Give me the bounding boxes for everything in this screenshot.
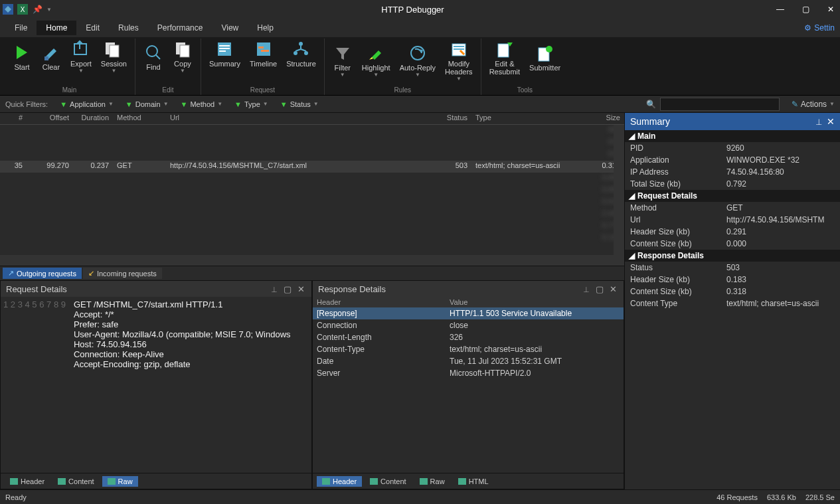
menu-item-edit[interactable]: Edit: [76, 21, 109, 35]
response-header-row[interactable]: DateTue, 11 Jul 2023 15:52:31 GMT: [313, 355, 624, 367]
tab-icon: [458, 478, 466, 485]
maximize-button[interactable]: ▢: [799, 5, 812, 14]
table-row[interactable]: 013: [0, 137, 624, 149]
find-button[interactable]: Find: [139, 39, 167, 75]
restore-icon[interactable]: ▢: [282, 284, 293, 294]
col-method[interactable]: Method: [113, 113, 166, 124]
search-input[interactable]: [660, 98, 780, 111]
col-offset[interactable]: Offset: [27, 113, 73, 124]
header-value: close: [450, 321, 468, 330]
filter-domain[interactable]: ▼Domain▼: [126, 100, 169, 108]
header-name: Server: [317, 369, 450, 378]
response-header-row[interactable]: [Response]HTTP/1.1 503 Service Unavailab…: [313, 307, 624, 319]
minimize-button[interactable]: ―: [774, 5, 787, 14]
summary-section-header[interactable]: ◢ Request Details: [625, 190, 840, 202]
request-tab-header[interactable]: Header: [5, 476, 50, 487]
ribbon-button-label: Edit & Resubmit: [489, 60, 520, 76]
table-row[interactable]: 0.775: [0, 220, 624, 232]
vertical-scrollbar[interactable]: [614, 125, 624, 266]
menu-item-file[interactable]: File: [5, 21, 37, 35]
filter-button[interactable]: Filter▼: [329, 39, 357, 83]
table-row[interactable]: 3599.2700.237GEThttp://74.50.94.156/MSHT…: [0, 161, 624, 173]
summary-key: Content Size (kb): [630, 287, 726, 296]
excel-icon[interactable]: X: [17, 4, 28, 15]
close-icon[interactable]: ✕: [608, 284, 618, 294]
filter-type[interactable]: ▼Type▼: [234, 100, 268, 108]
table-row[interactable]: 000: [0, 125, 624, 137]
qat-dropdown-icon[interactable]: ▼: [46, 7, 52, 13]
response-details-body[interactable]: Header Value [Response]HTTP/1.1 503 Serv…: [313, 297, 624, 473]
summary-section-header[interactable]: ◢ Response Details: [625, 250, 840, 262]
request-details-body[interactable]: 1 2 3 4 5 6 7 8 9 GET /MSHTML_C7/start.x…: [1, 297, 311, 473]
start-button[interactable]: Start: [8, 39, 36, 75]
auto-reply-button[interactable]: Auto-Reply▼: [396, 39, 440, 83]
session-button[interactable]: Session▼: [97, 39, 131, 75]
pin-icon[interactable]: ⟂: [269, 284, 280, 294]
table-row[interactable]: 0.000: [0, 185, 624, 197]
col-url[interactable]: Url: [166, 113, 432, 124]
pin-icon[interactable]: ⟂: [581, 284, 592, 294]
request-tab-raw[interactable]: Raw: [102, 476, 138, 487]
table-row[interactable]: 0.140: [0, 232, 624, 244]
highlight-button[interactable]: Highlight▼: [358, 39, 394, 83]
arrow-down-icon: ↙: [88, 269, 94, 278]
tab-outgoing[interactable]: ↗ Outgoing requests: [3, 268, 82, 279]
col-type[interactable]: Type: [471, 113, 591, 124]
response-header-row[interactable]: Content-Typetext/html; charset=us-ascii: [313, 343, 624, 355]
table-row[interactable]: 2.433: [0, 209, 624, 220]
filter-application[interactable]: ▼Application▼: [60, 100, 114, 108]
horizontal-scrollbar[interactable]: [0, 255, 614, 266]
menu-item-view[interactable]: View: [212, 21, 248, 35]
tab-incoming[interactable]: ↙ Incoming requests: [83, 268, 162, 279]
close-button[interactable]: ✕: [824, 5, 837, 14]
response-tab-raw[interactable]: Raw: [414, 476, 450, 487]
col-num[interactable]: #: [0, 113, 27, 124]
edit-resubmit-button[interactable]: Edit & Resubmit: [485, 39, 524, 77]
menu-item-performance[interactable]: Performance: [148, 21, 212, 35]
copy-button[interactable]: Copy▼: [169, 39, 197, 75]
table-row[interactable]: 013: [0, 149, 624, 161]
close-icon[interactable]: ✕: [295, 284, 306, 294]
response-tab-header[interactable]: Header: [317, 476, 362, 487]
response-tab-content[interactable]: Content: [365, 476, 412, 487]
submitter-button[interactable]: Submitter: [525, 39, 564, 77]
svg-point-26: [546, 46, 552, 52]
response-header-row[interactable]: Connectionclose: [313, 319, 624, 331]
response-header-row[interactable]: ServerMicrosoft-HTTPAPI/2.0: [313, 367, 624, 379]
summary-section-header[interactable]: ◢ Main: [625, 130, 840, 142]
actions-menu[interactable]: ✎ Actions ▼: [792, 100, 835, 109]
response-tab-html[interactable]: HTML: [453, 476, 494, 487]
restore-icon[interactable]: ▢: [594, 284, 605, 294]
tab-label: Header: [333, 477, 357, 485]
summary-body: ◢ MainPID9260ApplicationWINWORD.EXE *32I…: [625, 130, 840, 489]
menu-item-rules[interactable]: Rules: [109, 21, 148, 35]
col-size[interactable]: Size: [591, 113, 624, 124]
modify-headers-button[interactable]: Modify Headers▼: [441, 39, 477, 83]
structure-button[interactable]: Structure: [282, 39, 320, 69]
settings-link[interactable]: ⚙ Settin: [804, 23, 835, 33]
arrow-up-icon: ↗: [8, 269, 14, 278]
request-grid[interactable]: # Offset Duration Method Url Status Type…: [0, 113, 624, 266]
filter-status[interactable]: ▼Status▼: [280, 100, 319, 108]
summary-value: 74.50.94.156:80: [726, 167, 835, 177]
response-header-row[interactable]: Content-Length326: [313, 331, 624, 343]
pin-icon[interactable]: 📌: [32, 4, 42, 15]
menu-item-home[interactable]: Home: [37, 21, 76, 35]
table-row[interactable]: 0.413: [0, 197, 624, 209]
summary-value: http://74.50.94.156/MSHTM: [726, 215, 835, 224]
filter-method[interactable]: ▼Method▼: [181, 100, 223, 108]
export-button[interactable]: Export▼: [66, 39, 96, 75]
request-tab-content[interactable]: Content: [52, 476, 100, 487]
table-row[interactable]: 0.000: [0, 173, 624, 185]
col-status[interactable]: Status: [432, 113, 471, 124]
clear-button[interactable]: Clear: [37, 39, 65, 75]
close-icon[interactable]: ✕: [827, 116, 835, 127]
summary-key: Url: [630, 215, 726, 224]
timeline-button[interactable]: Timeline: [246, 39, 281, 69]
summary-button[interactable]: Summary: [205, 39, 244, 69]
menu-item-help[interactable]: Help: [248, 21, 283, 35]
col-duration[interactable]: Duration: [73, 113, 113, 124]
pin-icon[interactable]: ⟂: [816, 116, 821, 127]
request-detail-tabs: HeaderContentRaw: [1, 473, 311, 489]
ribbon-group-label: Main: [62, 86, 77, 95]
